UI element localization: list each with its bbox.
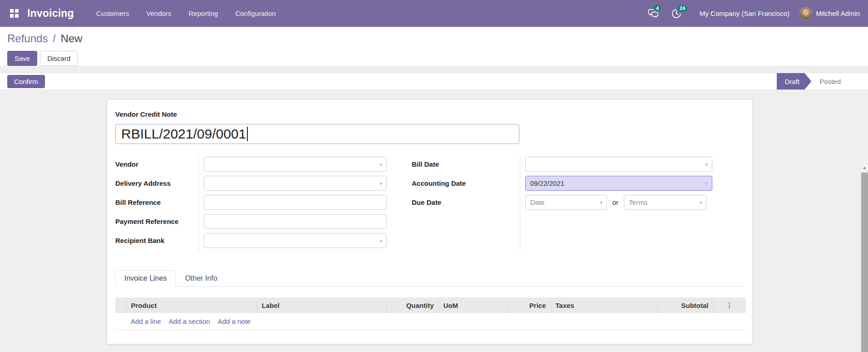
user-name: Mitchell Admin xyxy=(816,10,860,17)
form-sheet: Vendor Credit Note RBILL/2021/09/0001 Ve… xyxy=(107,99,753,344)
add-row: Add a line Add a section Add a note xyxy=(115,313,746,330)
recipient-bank-input[interactable]: ▾ xyxy=(204,233,387,248)
delivery-address-label: Delivery Address xyxy=(115,179,171,187)
apps-grid-icon xyxy=(10,9,19,18)
or-text: or xyxy=(612,198,618,206)
chevron-down-icon: ▾ xyxy=(380,161,382,167)
scroll-up-arrow[interactable]: ▲ xyxy=(861,164,868,171)
accounting-date-input[interactable]: 09/22/2021 ▾ xyxy=(525,176,712,191)
control-buttons: Save Discard xyxy=(7,51,861,66)
due-date-input[interactable]: Date ▾ xyxy=(525,195,607,210)
chevron-down-icon: ▾ xyxy=(380,238,382,243)
chevron-down-icon: ▾ xyxy=(705,180,708,186)
group-left: Vendor Delivery Address Bill Reference P… xyxy=(115,157,387,252)
tab-other-info[interactable]: Other Info xyxy=(176,270,226,287)
credit-note-number-input[interactable]: RBILL/2021/09/0001 xyxy=(115,124,519,144)
bill-date-input[interactable]: ▾ xyxy=(525,157,712,172)
state-posted[interactable]: Posted xyxy=(811,73,850,89)
add-a-note-link[interactable]: Add a note xyxy=(218,317,251,325)
chevron-down-icon: ▾ xyxy=(600,199,602,205)
column-label[interactable]: Label xyxy=(257,297,386,313)
accounting-date-label: Accounting Date xyxy=(412,179,466,187)
handle-column-header xyxy=(115,297,126,313)
column-price[interactable]: Price xyxy=(509,297,551,313)
user-menu[interactable]: Mitchell Admin xyxy=(799,7,860,20)
user-avatar xyxy=(799,7,812,20)
notebook-tabs: Invoice Lines Other Info xyxy=(115,270,744,287)
apps-menu-icon[interactable] xyxy=(7,7,21,20)
column-uom[interactable]: UoM xyxy=(439,297,509,313)
vendor-credit-note-label: Vendor Credit Note xyxy=(115,110,744,118)
right-inputs: ▾ 09/22/2021 ▾ Date ▾ or Terms ▾ xyxy=(520,157,712,252)
vendor-label: Vendor xyxy=(115,160,138,168)
optional-columns-toggle[interactable]: ⋮ xyxy=(713,297,746,313)
form-statusbar: Confirm Draft Posted xyxy=(0,73,868,90)
control-panel: Refunds / New Save Discard xyxy=(0,27,868,66)
left-labels: Vendor Delivery Address Bill Reference P… xyxy=(115,157,199,252)
menu-vendors[interactable]: Vendors xyxy=(138,0,180,27)
vendor-input[interactable]: ▾ xyxy=(204,157,387,172)
breadcrumb-separator: / xyxy=(51,32,58,45)
save-button[interactable]: Save xyxy=(7,51,37,66)
main-content: Vendor Credit Note RBILL/2021/09/0001 Ve… xyxy=(0,90,868,352)
lines-header-row: Product Label Quantity UoM Price Taxes S… xyxy=(115,297,746,313)
top-navbar: Invoicing Customers Vendors Reporting Co… xyxy=(0,0,868,27)
form-grid: Vendor Delivery Address Bill Reference P… xyxy=(115,157,744,252)
bill-reference-input[interactable] xyxy=(204,195,387,210)
accounting-date-value: 09/22/2021 xyxy=(530,179,564,187)
app-title[interactable]: Invoicing xyxy=(27,7,74,20)
breadcrumb: Refunds / New xyxy=(7,31,861,46)
add-a-line-link[interactable]: Add a line xyxy=(131,317,161,325)
menu-customers[interactable]: Customers xyxy=(88,0,138,27)
column-subtotal[interactable]: Subtotal xyxy=(658,297,713,313)
payment-reference-label: Payment Reference xyxy=(115,218,178,225)
menu-configuration[interactable]: Configuration xyxy=(227,0,284,27)
vertical-scrollbar[interactable]: ▲ ▼ xyxy=(860,164,868,352)
column-product[interactable]: Product xyxy=(126,297,257,313)
column-taxes[interactable]: Taxes xyxy=(551,297,658,313)
payment-reference-input[interactable] xyxy=(204,214,387,229)
add-a-section-link[interactable]: Add a section xyxy=(169,317,210,325)
terms-placeholder: Terms xyxy=(629,198,647,206)
tab-invoice-lines[interactable]: Invoice Lines xyxy=(115,270,176,287)
right-labels: Bill Date Accounting Date Due Date xyxy=(412,157,520,252)
bill-reference-label: Bill Reference xyxy=(115,198,161,206)
text-cursor xyxy=(247,127,248,141)
breadcrumb-refunds-link[interactable]: Refunds xyxy=(7,32,48,45)
left-inputs: ▾ ▾ ▾ xyxy=(199,157,387,252)
state-steps: Draft Posted xyxy=(777,73,850,89)
chevron-down-icon: ▾ xyxy=(700,199,702,205)
group-right: Bill Date Accounting Date Due Date ▾ 09/… xyxy=(412,157,712,252)
due-date-placeholder: Date xyxy=(530,198,545,206)
scrollbar-thumb[interactable] xyxy=(861,173,868,352)
kebab-icon: ⋮ xyxy=(726,301,733,309)
invoice-lines-table: Product Label Quantity UoM Price Taxes S… xyxy=(115,297,746,330)
main-menu: Customers Vendors Reporting Configuratio… xyxy=(88,0,285,27)
due-date-label: Due Date xyxy=(412,198,441,206)
handle-cell xyxy=(115,313,126,330)
delivery-address-input[interactable]: ▾ xyxy=(204,176,387,191)
chevron-down-icon: ▾ xyxy=(380,180,382,186)
activities-badge: 24 xyxy=(677,5,687,12)
messages-icon[interactable]: 4 xyxy=(648,9,659,19)
systray: 4 24 My Company (San Francisco) Mitchell… xyxy=(641,0,860,27)
column-quantity[interactable]: Quantity xyxy=(386,297,439,313)
chevron-down-icon: ▾ xyxy=(705,161,708,167)
add-links-cell: Add a line Add a section Add a note xyxy=(126,313,746,330)
company-switcher[interactable]: My Company (San Francisco) xyxy=(688,10,799,17)
confirm-button[interactable]: Confirm xyxy=(7,75,45,88)
recipient-bank-label: Recipient Bank xyxy=(115,237,164,244)
credit-note-number-value: RBILL/2021/09/0001 xyxy=(121,126,246,142)
payment-terms-input[interactable]: Terms ▾ xyxy=(624,195,706,210)
activities-icon[interactable]: 24 xyxy=(671,9,681,19)
bill-date-label: Bill Date xyxy=(412,160,439,168)
breadcrumb-current: New xyxy=(60,32,82,45)
discard-button[interactable]: Discard xyxy=(40,51,78,66)
messages-badge: 4 xyxy=(654,5,661,12)
state-draft[interactable]: Draft xyxy=(777,73,812,89)
menu-reporting[interactable]: Reporting xyxy=(180,0,227,27)
